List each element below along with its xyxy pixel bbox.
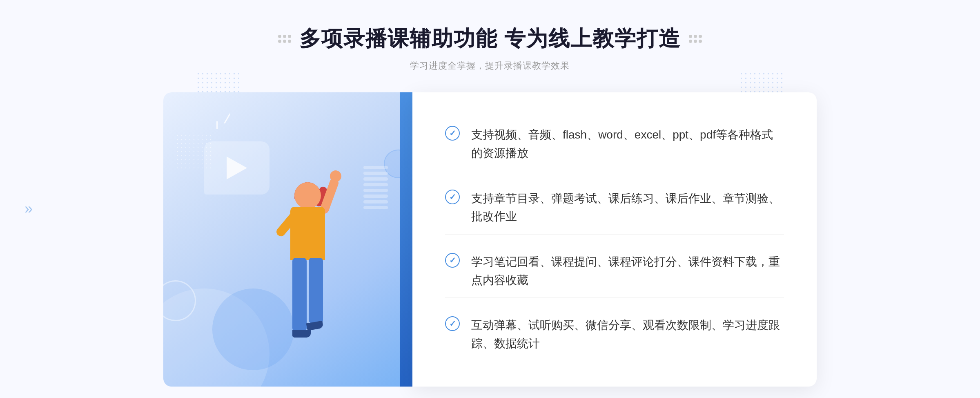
deco-dot — [699, 40, 702, 43]
feature-item-4: ✓ 互动弹幕、试听购买、微信分享、观看次数限制、学习进度跟踪、数据统计 — [445, 308, 784, 361]
stripe — [363, 177, 388, 181]
stripe — [363, 206, 388, 209]
title-deco-left — [278, 35, 291, 43]
right-features-panel: ✓ 支持视频、音频、flash、word、excel、ppt、pdf等各种格式的… — [412, 92, 817, 387]
blue-sidebar-accent — [400, 92, 412, 387]
check-icon-2: ✓ — [445, 190, 460, 204]
check-icon-4: ✓ — [445, 316, 460, 331]
check-mark-2: ✓ — [449, 193, 456, 201]
check-mark-3: ✓ — [449, 256, 456, 264]
chevron-decoration: » — [24, 200, 33, 217]
subtitle: 学习进度全掌握，提升录播课教学效果 — [278, 60, 702, 72]
left-illustration-panel — [163, 92, 400, 387]
feature-item-2: ✓ 支持章节目录、弹题考试、课后练习、课后作业、章节测验、批改作业 — [445, 181, 784, 235]
stripe — [363, 189, 388, 192]
check-icon-1: ✓ — [445, 126, 460, 141]
play-icon — [227, 157, 247, 179]
feature-text-1: 支持视频、音频、flash、word、excel、ppt、pdf等各种格式的资源… — [471, 126, 784, 163]
title-deco-right — [689, 35, 702, 43]
person-head — [294, 182, 321, 209]
feature-text-4: 互动弹幕、试听购买、微信分享、观看次数限制、学习进度跟踪、数据统计 — [471, 316, 784, 353]
deco-dot — [689, 40, 692, 43]
feature-text-2: 支持章节目录、弹题考试、课后练习、课后作业、章节测验、批改作业 — [471, 190, 784, 226]
feature-text-3: 学习笔记回看、课程提问、课程评论打分、课件资料下载，重点内容收藏 — [471, 253, 784, 290]
deco-dot — [278, 35, 281, 38]
person-foot-left — [292, 330, 311, 338]
person-illustration — [247, 182, 362, 387]
deco-dot — [278, 40, 281, 43]
deco-dot — [699, 35, 702, 38]
deco-dot — [288, 40, 291, 43]
person-leg-left — [292, 258, 307, 331]
header-section: 多项录播课辅助功能 专为线上教学打造 学习进度全掌握，提升录播课教学效果 — [278, 25, 702, 72]
feature-item-3: ✓ 学习笔记回看、课程提问、课程评论打分、课件资料下载，重点内容收藏 — [445, 245, 784, 298]
light-ray-2 — [224, 113, 231, 124]
feature-item-1: ✓ 支持视频、音频、flash、word、excel、ppt、pdf等各种格式的… — [445, 118, 784, 171]
person-foot-right — [306, 321, 324, 331]
main-title: 多项录播课辅助功能 专为线上教学打造 — [299, 25, 681, 53]
deco-dot — [283, 40, 286, 43]
deco-dot — [689, 35, 692, 38]
person-legs — [290, 258, 325, 340]
deco-dot — [288, 35, 291, 38]
check-mark-4: ✓ — [449, 320, 456, 328]
person-body — [290, 207, 325, 260]
light-ray-1 — [216, 121, 218, 129]
content-area: ✓ 支持视频、音频、flash、word、excel、ppt、pdf等各种格式的… — [163, 92, 817, 387]
page-container: » 多项录播课辅助功能 专为线上教学打造 学习进度全掌握，提升录播课教学效 — [0, 0, 980, 398]
person-hand — [328, 169, 343, 183]
stripes-decoration — [363, 166, 388, 215]
check-icon-3: ✓ — [445, 253, 460, 268]
stripe — [363, 166, 388, 169]
deco-dot — [694, 35, 697, 38]
check-mark-1: ✓ — [449, 129, 456, 137]
stripe — [363, 200, 388, 203]
title-row: 多项录播课辅助功能 专为线上教学打造 — [278, 25, 702, 53]
person-leg-right — [309, 258, 323, 323]
stripe — [363, 195, 388, 198]
deco-dot — [694, 40, 697, 43]
deco-dot — [283, 35, 286, 38]
stripe — [363, 183, 388, 186]
stripe — [363, 172, 388, 175]
